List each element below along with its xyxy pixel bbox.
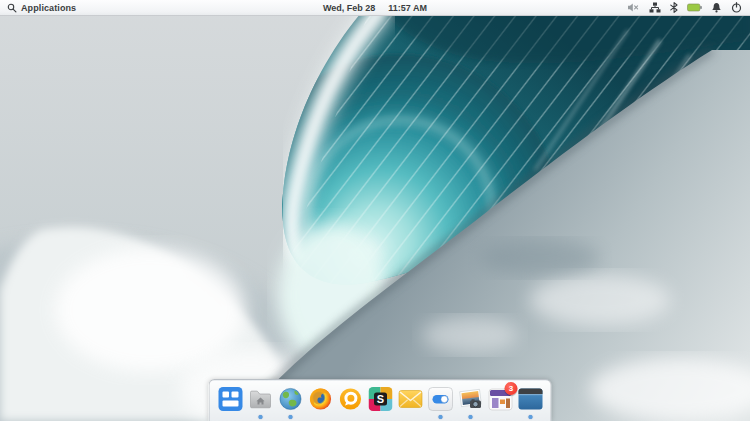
dock-item-appcenter[interactable]: 3 xyxy=(487,386,514,419)
applications-label: Applications xyxy=(21,3,76,13)
panel-time: 11:57 AM xyxy=(388,3,427,13)
dock-item-firefox[interactable] xyxy=(307,386,334,419)
power-icon[interactable] xyxy=(731,2,742,13)
running-indicator xyxy=(528,415,532,419)
running-indicator xyxy=(438,415,442,419)
system-settings-icon xyxy=(427,386,453,412)
multitasking-view-icon xyxy=(217,386,243,412)
top-panel: Applications Wed, Feb 28 11:57 AM xyxy=(0,0,750,16)
applications-menu[interactable]: Applications xyxy=(0,3,76,13)
dock-item-files[interactable] xyxy=(247,386,274,419)
bluetooth-icon[interactable] xyxy=(670,2,678,13)
running-indicator xyxy=(468,415,472,419)
dock-item-mail[interactable] xyxy=(397,386,424,419)
dock-item-multitasking-view[interactable] xyxy=(217,386,244,419)
dock-item-system-settings[interactable] xyxy=(427,386,454,419)
dock-item-web-browser[interactable] xyxy=(277,386,304,419)
mail-icon xyxy=(397,386,423,412)
dock-item-slack[interactable]: S xyxy=(367,386,394,419)
terminal-icon xyxy=(517,386,543,412)
files-icon xyxy=(247,386,273,412)
running-indicator xyxy=(258,415,262,419)
system-indicators xyxy=(627,2,750,13)
dock-item-terminal[interactable] xyxy=(517,386,544,419)
running-indicator xyxy=(288,415,292,419)
battery-full-icon[interactable] xyxy=(687,3,702,12)
firefox-icon xyxy=(307,386,333,412)
dock: S xyxy=(209,379,552,421)
volume-muted-icon[interactable] xyxy=(627,2,640,13)
wallpaper-ocean-wave xyxy=(0,0,750,421)
notifications-bell-icon[interactable] xyxy=(711,2,722,13)
network-wired-icon[interactable] xyxy=(649,2,661,13)
photos-icon xyxy=(457,386,483,412)
dock-item-photos[interactable] xyxy=(457,386,484,419)
web-browser-icon xyxy=(277,386,303,412)
slack-icon: S xyxy=(367,386,393,412)
panel-date: Wed, Feb 28 xyxy=(323,3,375,13)
dock-item-chat[interactable] xyxy=(337,386,364,419)
search-icon xyxy=(7,3,17,13)
slack-letter: S xyxy=(376,393,383,405)
chat-bubble-icon xyxy=(337,386,363,412)
